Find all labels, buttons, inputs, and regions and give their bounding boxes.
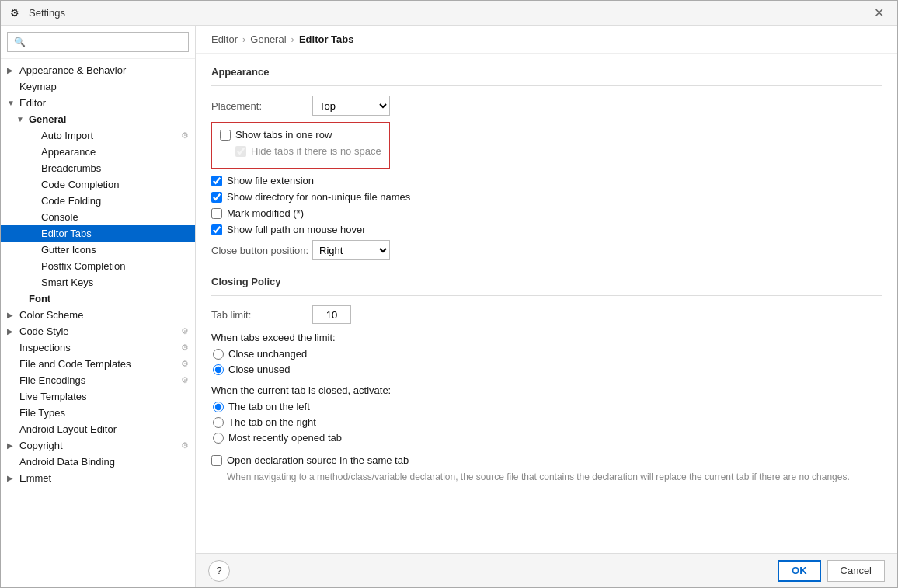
tabs-highlight-box: Show tabs in one row Hide tabs if there … [211, 122, 390, 169]
show-full-path-checkbox[interactable] [211, 224, 222, 235]
open-declaration-helper: When navigating to a method/class/variab… [227, 471, 882, 484]
tab-limit-label: Tab limit: [211, 309, 312, 321]
tab-right-radio[interactable] [213, 417, 224, 428]
show-tabs-one-row-label[interactable]: Show tabs in one row [235, 129, 332, 141]
close-button-row: Close button position: Right Left None [211, 240, 882, 260]
sidebar-item-keymap[interactable]: Keymap [1, 78, 195, 95]
search-input[interactable] [7, 32, 189, 52]
sidebar-item-label: Gutter Icons [41, 244, 189, 256]
mark-modified-label[interactable]: Mark modified (*) [227, 207, 304, 219]
close-button-label: Close button position: [211, 245, 312, 256]
sidebar-item-file-encodings[interactable]: File Encodings ⚙ [1, 372, 195, 388]
tab-limit-input[interactable] [312, 305, 351, 324]
sidebar-item-appearance-behavior[interactable]: ▶ Appearance & Behavior [1, 62, 195, 78]
sidebar-item-appearance[interactable]: Appearance [1, 144, 195, 160]
activate-radio-group: The tab on the left The tab on the right… [213, 401, 882, 444]
breadcrumb: Editor › General › Editor Tabs [196, 26, 897, 54]
tab-limit-row: Tab limit: [211, 305, 882, 324]
placement-row: Placement: Top Bottom Left Right None [211, 96, 882, 116]
sidebar-item-copyright[interactable]: ▶ Copyright ⚙ [1, 437, 195, 454]
sidebar-item-label: General [29, 113, 189, 125]
expand-icon: ▼ [7, 99, 18, 107]
breadcrumb-current: Editor Tabs [299, 33, 354, 45]
sidebar-item-general[interactable]: ▼ General [1, 111, 195, 127]
window-title: Settings [29, 7, 869, 19]
show-directory-checkbox[interactable] [211, 192, 222, 203]
gear-icon: ⚙ [181, 440, 189, 451]
sidebar-item-file-types[interactable]: File Types [1, 405, 195, 421]
sidebar-item-editor[interactable]: ▼ Editor [1, 95, 195, 111]
expand-icon: ▶ [7, 66, 18, 75]
sidebar-item-file-code-templates[interactable]: File and Code Templates ⚙ [1, 356, 195, 372]
close-button[interactable]: ✕ [869, 4, 888, 23]
mark-modified-row: Mark modified (*) [211, 207, 882, 219]
close-unused-label[interactable]: Close unused [228, 364, 291, 375]
sidebar-item-emmet[interactable]: ▶ Emmet [1, 470, 195, 486]
sidebar-item-label: Code Style [19, 325, 178, 337]
tabs-exceed-radio-group: Close unchanged Close unused [213, 348, 882, 375]
tab-right-label[interactable]: The tab on the right [228, 416, 316, 428]
cancel-button[interactable]: Cancel [827, 560, 885, 582]
most-recently-opened-label[interactable]: Most recently opened tab [228, 432, 342, 444]
show-file-extension-label[interactable]: Show file extension [227, 175, 314, 186]
close-button-select[interactable]: Right Left None [312, 240, 390, 260]
help-button[interactable]: ? [208, 560, 230, 582]
sidebar-item-label: Code Completion [41, 179, 189, 190]
breadcrumb-part-general: General [250, 33, 286, 45]
sidebar-item-inspections[interactable]: Inspections ⚙ [1, 339, 195, 356]
show-directory-row: Show directory for non-unique file names [211, 191, 882, 203]
sidebar-item-code-style[interactable]: ▶ Code Style ⚙ [1, 323, 195, 339]
ok-button[interactable]: OK [778, 560, 821, 582]
show-file-extension-checkbox[interactable] [211, 176, 222, 186]
mark-modified-checkbox[interactable] [211, 208, 222, 219]
sidebar-item-label: Font [29, 293, 189, 304]
sidebar-item-label: Breadcrumbs [41, 162, 189, 174]
sidebar-item-breadcrumbs[interactable]: Breadcrumbs [1, 160, 195, 176]
tab-left-label[interactable]: The tab on the left [228, 401, 310, 412]
app-icon: ⚙ [10, 7, 23, 19]
breadcrumb-sep-1: › [242, 33, 245, 45]
sidebar-item-android-layout-editor[interactable]: Android Layout Editor [1, 421, 195, 437]
gear-icon: ⚙ [181, 359, 189, 369]
tab-left-radio[interactable] [213, 402, 224, 412]
sidebar-item-label: Android Data Binding [19, 456, 189, 468]
gear-icon: ⚙ [181, 130, 189, 141]
close-unused-radio[interactable] [213, 364, 224, 375]
sidebar-item-label: Color Scheme [19, 309, 189, 321]
sidebar-item-label: Postfix Completion [41, 260, 189, 272]
hide-tabs-no-space-checkbox[interactable] [235, 146, 246, 157]
sidebar-item-label: Smart Keys [41, 277, 189, 288]
show-tabs-one-row-checkbox[interactable] [220, 130, 231, 141]
open-declaration-section: Open declaration source in the same tab … [211, 454, 882, 484]
most-recently-opened-radio[interactable] [213, 433, 224, 444]
sidebar-item-live-templates[interactable]: Live Templates [1, 388, 195, 405]
sidebar-item-gutter-icons[interactable]: Gutter Icons [1, 242, 195, 258]
show-directory-label[interactable]: Show directory for non-unique file names [227, 191, 410, 203]
sidebar-item-label: Code Folding [41, 195, 189, 207]
open-declaration-label[interactable]: Open declaration source in the same tab [227, 454, 409, 466]
open-declaration-checkbox[interactable] [211, 455, 222, 466]
sidebar-item-editor-tabs[interactable]: Editor Tabs [1, 225, 195, 242]
sidebar-item-label: Inspections [19, 342, 178, 353]
close-unchanged-radio[interactable] [213, 349, 224, 360]
show-full-path-label[interactable]: Show full path on mouse hover [227, 224, 366, 235]
show-file-extension-row: Show file extension [211, 175, 882, 186]
sidebar-item-label: Emmet [19, 472, 189, 484]
sidebar-item-android-data-binding[interactable]: Android Data Binding [1, 454, 195, 470]
main-content: ▶ Appearance & Behavior Keymap ▼ Editor … [1, 26, 897, 587]
close-unused-row: Close unused [213, 364, 882, 375]
settings-content: Appearance Placement: Top Bottom Left Ri… [196, 54, 897, 553]
sidebar-item-label: Keymap [19, 81, 189, 92]
sidebar-item-auto-import[interactable]: Auto Import ⚙ [1, 127, 195, 144]
sidebar-item-smart-keys[interactable]: Smart Keys [1, 274, 195, 291]
sidebar-item-postfix-completion[interactable]: Postfix Completion [1, 258, 195, 274]
sidebar-item-color-scheme[interactable]: ▶ Color Scheme [1, 307, 195, 323]
sidebar-item-label: Android Layout Editor [19, 423, 189, 435]
sidebar-item-code-folding[interactable]: Code Folding [1, 193, 195, 209]
sidebar-item-font[interactable]: Font [1, 291, 195, 307]
close-unchanged-label[interactable]: Close unchanged [228, 348, 307, 360]
sidebar-item-console[interactable]: Console [1, 209, 195, 225]
placement-select[interactable]: Top Bottom Left Right None [312, 96, 390, 116]
sidebar-item-code-completion[interactable]: Code Completion [1, 176, 195, 193]
appearance-section: Appearance Placement: Top Bottom Left Ri… [211, 66, 882, 260]
